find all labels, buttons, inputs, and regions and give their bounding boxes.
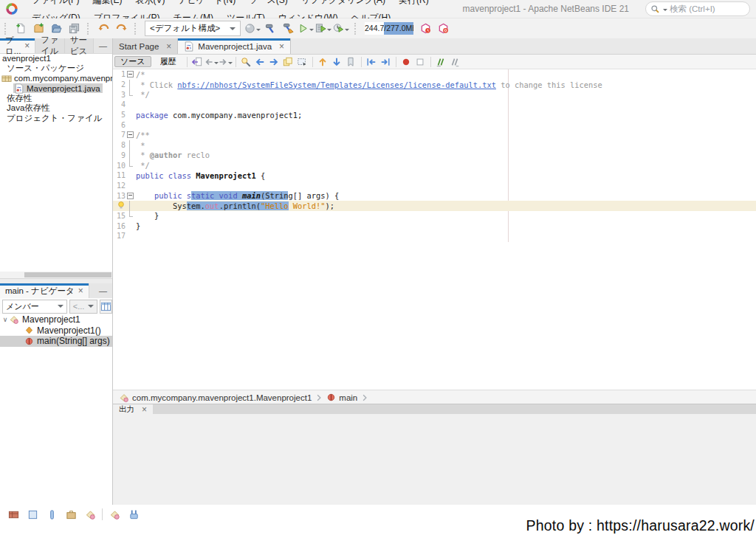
navigator-item[interactable]: Mavenproject1()	[0, 325, 112, 336]
code-line[interactable]: 2 * Click nbfs://nbhost/SystemFileSystem…	[113, 80, 756, 90]
toolbar-grip[interactable]	[87, 23, 91, 35]
undo-button[interactable]	[94, 20, 112, 38]
next-bookmark-button[interactable]	[330, 55, 344, 69]
panel-tab-0[interactable]: プロ...×	[0, 38, 35, 53]
back-button[interactable]	[205, 55, 219, 69]
toggle-bookmark-button[interactable]	[344, 55, 358, 69]
memory-indicator[interactable]: 244.7/277.0MB	[365, 22, 413, 35]
navigator-item[interactable]: main(String[] args)	[0, 336, 112, 347]
scrollbar-thumb[interactable]	[24, 272, 111, 277]
tree-item[interactable]: プロジェクト・ファイル	[0, 114, 112, 124]
clean-build-button[interactable]	[279, 20, 297, 38]
debug-button[interactable]	[315, 20, 332, 38]
record-macro-button[interactable]	[399, 55, 413, 69]
editor-tab-0[interactable]: Start Page×	[113, 38, 178, 54]
code-line[interactable]: 7/**	[113, 130, 756, 140]
code-line[interactable]: 6	[113, 120, 756, 130]
workspace-case-button[interactable]	[63, 507, 78, 522]
code-editor[interactable]: 1/*2 * Click nbfs://nbhost/SystemFileSys…	[113, 69, 756, 390]
toolbar-grip[interactable]	[4, 23, 8, 35]
toggle-highlight-button[interactable]	[281, 55, 295, 69]
code-line[interactable]: 1/*	[113, 69, 756, 80]
panel-tab-1[interactable]: ファイル	[35, 38, 64, 53]
class-badge-button[interactable]	[83, 507, 97, 522]
code-line[interactable]: 10 */	[113, 160, 756, 170]
code-line[interactable]: 17	[113, 231, 756, 241]
window-group-button[interactable]	[6, 507, 21, 522]
minimize-icon[interactable]: —	[94, 38, 112, 53]
tree-item[interactable]: avenproject1	[0, 53, 112, 63]
prev-bookmark-button[interactable]	[316, 55, 330, 69]
forward-button[interactable]	[219, 55, 233, 69]
tree-item[interactable]: Java依存性	[0, 103, 112, 114]
code-line[interactable]: 9 * @author reclo	[113, 151, 756, 161]
tab-navigator[interactable]: main - ナビゲータ ×	[0, 283, 89, 298]
class-badge2-button[interactable]	[107, 507, 122, 522]
last-edit-button[interactable]	[190, 55, 205, 69]
code-line[interactable]: 13 public static void main(String[] args…	[113, 190, 756, 201]
stop-macro-button[interactable]	[413, 55, 427, 69]
shift-right-button[interactable]	[379, 55, 393, 69]
code-line[interactable]: 4	[113, 100, 756, 110]
prev-occurrence-button[interactable]	[253, 55, 267, 69]
panel-tab-2[interactable]: サービス	[65, 38, 94, 53]
menu-item-4[interactable]: ソース(S)	[242, 0, 295, 5]
tree-item[interactable]: 依存性	[0, 93, 112, 103]
code-line[interactable]: System.out.println("Hello World!");	[113, 201, 756, 211]
fold-collapse-icon[interactable]	[127, 193, 134, 199]
breadcrumb-item[interactable]: com.mycompany.mavenproject1.Mavenproject…	[132, 393, 312, 402]
build-hammer-button[interactable]	[261, 20, 279, 38]
menu-item-2[interactable]: 表示(V)	[128, 0, 171, 5]
code-line[interactable]: 8 *	[113, 140, 756, 151]
close-icon[interactable]: ×	[78, 286, 83, 295]
run-button[interactable]	[297, 20, 315, 38]
code-line[interactable]: 12	[113, 181, 756, 191]
minimize-icon[interactable]: —	[94, 283, 112, 298]
chevron-expand-icon[interactable]: ∨	[1, 316, 9, 323]
menu-item-6[interactable]: 実行(R)	[392, 0, 436, 5]
close-icon[interactable]: ×	[24, 41, 30, 50]
close-icon[interactable]: ×	[142, 405, 147, 414]
comment-button[interactable]	[434, 55, 448, 69]
close-icon[interactable]: ×	[166, 42, 171, 51]
profiler-stop-button[interactable]	[434, 20, 452, 38]
editor-tab-1[interactable]: Mavenproject1.java×	[178, 38, 291, 54]
web-globe-button[interactable]	[244, 20, 261, 38]
rect-selection-button[interactable]	[295, 55, 309, 69]
tree-item[interactable]: Mavenproject1.java	[0, 83, 112, 94]
code-line[interactable]: 11public class Mavenproject1 {	[113, 170, 756, 181]
splitter-bar-button[interactable]	[44, 507, 59, 522]
toolbar-grip[interactable]	[134, 23, 138, 35]
history-button[interactable]: 履歴	[154, 56, 182, 67]
menu-item-3[interactable]: ナビゲート(N)	[171, 0, 242, 5]
code-line[interactable]: 15 }	[113, 211, 756, 221]
editor-square-button[interactable]	[25, 507, 40, 522]
menu-item-1[interactable]: 編集(E)	[86, 0, 128, 5]
config-combo[interactable]: <デフォルト構成>	[145, 21, 241, 36]
source-button[interactable]: ソース	[114, 56, 151, 67]
menu-item-5[interactable]: リファクタリング(A)	[295, 0, 392, 5]
breadcrumb-item[interactable]: main	[339, 393, 357, 402]
redo-button[interactable]	[112, 20, 130, 38]
find-selection-button[interactable]	[239, 55, 253, 69]
profile-button[interactable]	[332, 20, 350, 38]
code-line[interactable]: 3 */	[113, 89, 756, 100]
tools-button[interactable]	[126, 507, 141, 522]
search-dropdown-icon[interactable]	[663, 9, 667, 13]
projects-horizontal-scrollbar[interactable]	[0, 272, 112, 278]
fold-collapse-icon[interactable]	[127, 71, 134, 77]
toolbar-grip[interactable]	[354, 23, 358, 35]
next-occurrence-button[interactable]	[267, 55, 281, 69]
code-line[interactable]: 16}	[113, 221, 756, 231]
inherited-combo[interactable]: <...	[69, 300, 97, 314]
navigator-item[interactable]: ∨Mavenproject1	[0, 314, 112, 325]
hint-bulb-icon[interactable]	[113, 201, 126, 211]
tree-item[interactable]: com.mycompany.mavenproject1	[0, 73, 112, 83]
fold-collapse-icon[interactable]	[127, 131, 134, 138]
profiler-gc-button[interactable]	[416, 20, 434, 38]
search-input[interactable]: 検索 (Ctrl+I)	[645, 1, 750, 16]
code-line[interactable]: 5package com.mycompany.mavenproject1;	[113, 110, 756, 120]
members-combo[interactable]: メンバー	[2, 300, 67, 314]
tree-item[interactable]: ソース・パッケージ	[0, 63, 112, 74]
shift-left-button[interactable]	[365, 55, 379, 69]
